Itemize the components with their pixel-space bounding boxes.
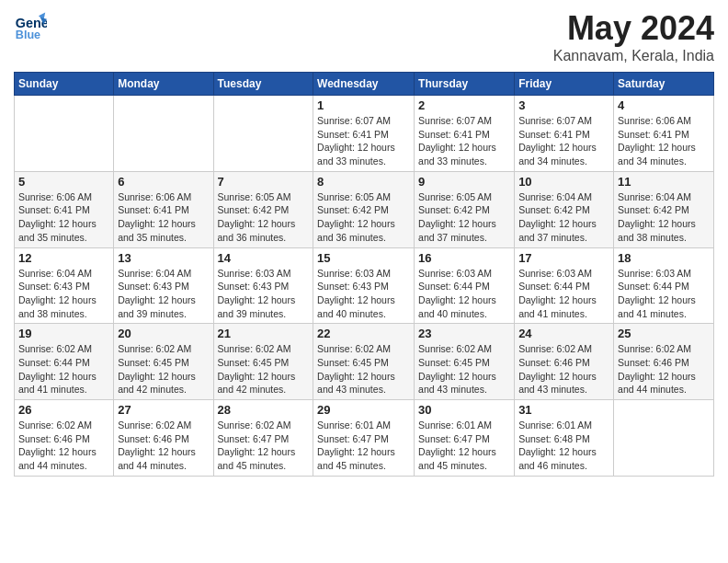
day-info: Sunrise: 6:04 AM Sunset: 6:42 PM Dayligh…: [618, 190, 710, 245]
day-number: 2: [418, 98, 510, 112]
day-number: 23: [418, 327, 510, 340]
day-number: 5: [18, 175, 109, 189]
svg-text:Blue: Blue: [16, 29, 40, 41]
day-cell: 8Sunrise: 6:05 AM Sunset: 6:42 PM Daylig…: [313, 171, 415, 247]
day-number: 29: [317, 403, 410, 417]
day-cell: 25Sunrise: 6:02 AM Sunset: 6:46 PM Dayli…: [614, 324, 714, 400]
day-cell: 1Sunrise: 6:07 AM Sunset: 6:41 PM Daylig…: [313, 96, 415, 172]
day-cell: 31Sunrise: 6:01 AM Sunset: 6:48 PM Dayli…: [515, 400, 614, 477]
month-title: May 2024: [553, 9, 714, 48]
day-cell: 22Sunrise: 6:02 AM Sunset: 6:45 PM Dayli…: [313, 324, 415, 400]
title-block: May 2024 Kannavam, Kerala, India: [553, 9, 714, 64]
day-info: Sunrise: 6:02 AM Sunset: 6:46 PM Dayligh…: [118, 419, 209, 473]
day-info: Sunrise: 6:06 AM Sunset: 6:41 PM Dayligh…: [118, 190, 209, 245]
day-info: Sunrise: 6:02 AM Sunset: 6:47 PM Dayligh…: [218, 419, 310, 473]
day-cell: 10Sunrise: 6:04 AM Sunset: 6:42 PM Dayli…: [515, 171, 614, 247]
day-cell: [15, 96, 114, 172]
day-cell: 3Sunrise: 6:07 AM Sunset: 6:41 PM Daylig…: [515, 96, 614, 172]
day-cell: 24Sunrise: 6:02 AM Sunset: 6:46 PM Dayli…: [515, 324, 614, 400]
day-cell: 4Sunrise: 6:06 AM Sunset: 6:41 PM Daylig…: [614, 96, 714, 172]
day-info: Sunrise: 6:07 AM Sunset: 6:41 PM Dayligh…: [317, 114, 410, 168]
day-cell: 27Sunrise: 6:02 AM Sunset: 6:46 PM Dayli…: [114, 400, 213, 477]
week-row-2: 5Sunrise: 6:06 AM Sunset: 6:41 PM Daylig…: [15, 171, 714, 247]
day-number: 4: [618, 98, 710, 112]
location-title: Kannavam, Kerala, India: [553, 48, 714, 64]
day-number: 26: [18, 403, 109, 417]
weekday-friday: Friday: [515, 73, 614, 96]
weekday-sunday: Sunday: [15, 73, 114, 96]
day-number: 24: [518, 327, 609, 340]
day-number: 30: [418, 403, 510, 417]
weekday-header-row: SundayMondayTuesdayWednesdayThursdayFrid…: [15, 73, 714, 96]
day-number: 9: [418, 175, 510, 189]
day-number: 25: [618, 327, 710, 340]
day-info: Sunrise: 6:03 AM Sunset: 6:44 PM Dayligh…: [618, 267, 710, 321]
day-cell: 20Sunrise: 6:02 AM Sunset: 6:45 PM Dayli…: [114, 324, 213, 400]
week-row-1: 1Sunrise: 6:07 AM Sunset: 6:41 PM Daylig…: [15, 96, 714, 172]
day-info: Sunrise: 6:05 AM Sunset: 6:42 PM Dayligh…: [317, 190, 410, 245]
day-cell: 12Sunrise: 6:04 AM Sunset: 6:43 PM Dayli…: [15, 247, 114, 324]
day-number: 1: [317, 98, 410, 112]
day-info: Sunrise: 6:01 AM Sunset: 6:47 PM Dayligh…: [418, 419, 510, 473]
day-number: 8: [317, 175, 410, 189]
day-number: 13: [118, 251, 209, 265]
day-info: Sunrise: 6:02 AM Sunset: 6:44 PM Dayligh…: [18, 342, 109, 396]
day-cell: 2Sunrise: 6:07 AM Sunset: 6:41 PM Daylig…: [415, 96, 515, 172]
day-number: 3: [518, 98, 609, 112]
calendar-table: SundayMondayTuesdayWednesdayThursdayFrid…: [14, 72, 714, 477]
day-number: 6: [118, 175, 209, 189]
day-cell: 17Sunrise: 6:03 AM Sunset: 6:44 PM Dayli…: [515, 247, 614, 324]
day-number: 14: [218, 251, 310, 265]
day-number: 16: [418, 251, 510, 265]
day-info: Sunrise: 6:02 AM Sunset: 6:46 PM Dayligh…: [18, 419, 109, 473]
day-info: Sunrise: 6:03 AM Sunset: 6:43 PM Dayligh…: [218, 267, 310, 321]
day-info: Sunrise: 6:03 AM Sunset: 6:43 PM Dayligh…: [317, 267, 410, 321]
day-info: Sunrise: 6:05 AM Sunset: 6:42 PM Dayligh…: [218, 190, 310, 245]
day-cell: 11Sunrise: 6:04 AM Sunset: 6:42 PM Dayli…: [614, 171, 714, 247]
day-info: Sunrise: 6:05 AM Sunset: 6:42 PM Dayligh…: [418, 190, 510, 245]
day-cell: 30Sunrise: 6:01 AM Sunset: 6:47 PM Dayli…: [415, 400, 515, 477]
day-cell: 14Sunrise: 6:03 AM Sunset: 6:43 PM Dayli…: [213, 247, 313, 324]
day-cell: [213, 96, 313, 172]
logo: General Blue: [14, 9, 47, 42]
week-row-5: 26Sunrise: 6:02 AM Sunset: 6:46 PM Dayli…: [15, 400, 714, 477]
day-info: Sunrise: 6:03 AM Sunset: 6:44 PM Dayligh…: [518, 267, 609, 321]
day-number: 7: [218, 175, 310, 189]
day-cell: 28Sunrise: 6:02 AM Sunset: 6:47 PM Dayli…: [213, 400, 313, 477]
day-number: 31: [518, 403, 609, 417]
day-cell: 6Sunrise: 6:06 AM Sunset: 6:41 PM Daylig…: [114, 171, 213, 247]
weekday-monday: Monday: [114, 73, 213, 96]
day-number: 21: [218, 327, 310, 340]
day-cell: 29Sunrise: 6:01 AM Sunset: 6:47 PM Dayli…: [313, 400, 415, 477]
day-cell: 26Sunrise: 6:02 AM Sunset: 6:46 PM Dayli…: [15, 400, 114, 477]
page-header: General Blue May 2024 Kannavam, Kerala, …: [14, 9, 714, 64]
day-info: Sunrise: 6:02 AM Sunset: 6:45 PM Dayligh…: [218, 342, 310, 396]
day-info: Sunrise: 6:04 AM Sunset: 6:43 PM Dayligh…: [18, 267, 109, 321]
day-info: Sunrise: 6:03 AM Sunset: 6:44 PM Dayligh…: [418, 267, 510, 321]
day-info: Sunrise: 6:04 AM Sunset: 6:42 PM Dayligh…: [518, 190, 609, 245]
day-info: Sunrise: 6:02 AM Sunset: 6:45 PM Dayligh…: [317, 342, 410, 396]
day-cell: 9Sunrise: 6:05 AM Sunset: 6:42 PM Daylig…: [415, 171, 515, 247]
day-info: Sunrise: 6:06 AM Sunset: 6:41 PM Dayligh…: [18, 190, 109, 245]
day-number: 19: [18, 327, 109, 340]
day-cell: 13Sunrise: 6:04 AM Sunset: 6:43 PM Dayli…: [114, 247, 213, 324]
day-info: Sunrise: 6:01 AM Sunset: 6:47 PM Dayligh…: [317, 419, 410, 473]
weekday-saturday: Saturday: [614, 73, 714, 96]
day-cell: 5Sunrise: 6:06 AM Sunset: 6:41 PM Daylig…: [15, 171, 114, 247]
day-info: Sunrise: 6:04 AM Sunset: 6:43 PM Dayligh…: [118, 267, 209, 321]
day-cell: 7Sunrise: 6:05 AM Sunset: 6:42 PM Daylig…: [213, 171, 313, 247]
day-number: 27: [118, 403, 209, 417]
day-cell: 16Sunrise: 6:03 AM Sunset: 6:44 PM Dayli…: [415, 247, 515, 324]
day-number: 11: [618, 175, 710, 189]
day-number: 15: [317, 251, 410, 265]
day-info: Sunrise: 6:02 AM Sunset: 6:46 PM Dayligh…: [618, 342, 710, 396]
day-number: 20: [118, 327, 209, 340]
day-cell: [114, 96, 213, 172]
logo-icon: General Blue: [14, 9, 47, 42]
day-info: Sunrise: 6:07 AM Sunset: 6:41 PM Dayligh…: [518, 114, 609, 168]
day-number: 10: [518, 175, 609, 189]
day-info: Sunrise: 6:07 AM Sunset: 6:41 PM Dayligh…: [418, 114, 510, 168]
day-info: Sunrise: 6:02 AM Sunset: 6:46 PM Dayligh…: [518, 342, 609, 396]
weekday-wednesday: Wednesday: [313, 73, 415, 96]
day-cell: 15Sunrise: 6:03 AM Sunset: 6:43 PM Dayli…: [313, 247, 415, 324]
